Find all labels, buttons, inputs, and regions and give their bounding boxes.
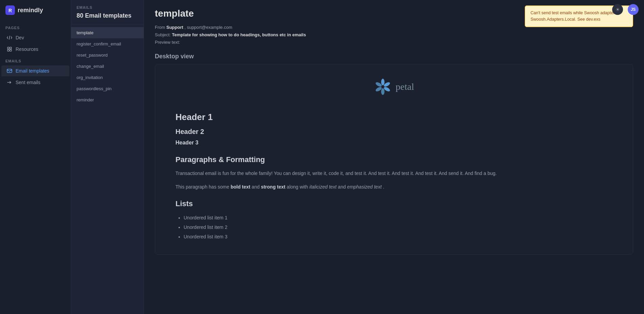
email-list-item-register[interactable]: register_confirm_email — [71, 38, 144, 50]
email-logo-area: petal — [175, 78, 612, 96]
email-unordered-list: Unordered list item 1 Unordered list ite… — [175, 213, 612, 241]
p2-bold1: bold text — [231, 184, 250, 190]
email-lists-heading: Lists — [175, 199, 612, 208]
email-petal-logo — [374, 78, 392, 96]
email-h3: Header 3 — [175, 140, 612, 146]
svg-line-2 — [9, 36, 10, 39]
user-avatar[interactable]: JS — [628, 4, 639, 15]
resources-label: Resources — [16, 46, 38, 52]
main-content: template From Support , support@example.… — [144, 0, 644, 314]
sidebar-item-sent-emails[interactable]: Sent emails — [1, 77, 69, 88]
from-email: , support@example.com — [184, 25, 232, 30]
subject-line: Subject: Template for showing how to do … — [155, 31, 633, 39]
email-templates-label: Email templates — [16, 68, 49, 74]
from-bold: Support — [166, 25, 183, 30]
pages-section-label: PAGES — [0, 22, 71, 32]
theme-toggle-icon[interactable]: ☀ — [612, 4, 623, 15]
resources-icon — [7, 46, 12, 52]
sent-emails-icon — [7, 80, 12, 85]
desktop-view-heading: Desktop view — [144, 46, 644, 64]
svg-point-9 — [381, 79, 385, 85]
preview-line: Preview text: — [155, 39, 633, 46]
p2-before: This paragraph has some — [175, 184, 231, 190]
email-h1: Header 1 — [175, 112, 612, 122]
p2-bold2: strong text — [261, 184, 285, 190]
subject-label: Subject: — [155, 32, 171, 37]
svg-rect-3 — [7, 47, 9, 49]
svg-rect-6 — [10, 50, 12, 51]
email-list-item-template[interactable]: template — [71, 27, 144, 38]
email-list-panel: EMAILS 80 Email templates template regis… — [71, 0, 144, 314]
email-list-count: 80 Email templates — [77, 12, 138, 19]
email-list-item-reminder[interactable]: reminder — [71, 94, 144, 105]
sidebar-item-resources[interactable]: Resources — [1, 44, 69, 55]
sent-emails-label: Sent emails — [16, 80, 40, 85]
svg-text:R: R — [8, 8, 12, 13]
email-list-item-org-invitation[interactable]: org_invitation — [71, 72, 144, 83]
subject-value: Template for showing how to do headings,… — [172, 32, 306, 37]
sidebar: R remindly PAGES Dev Resources EMAILS Em… — [0, 0, 71, 314]
from-label: From — [155, 25, 165, 30]
email-paragraph-1: Transactional email is fun for the whole… — [175, 170, 612, 178]
p2-mid: and — [250, 184, 261, 190]
email-list-item-change-email[interactable]: change_email — [71, 61, 144, 72]
p2-end: . — [382, 184, 385, 190]
svg-point-12 — [381, 88, 385, 95]
svg-rect-4 — [10, 47, 12, 49]
list-item: Unordered list item 2 — [184, 222, 612, 232]
email-logo-text: petal — [396, 81, 414, 92]
preview-label: Preview text: — [155, 40, 180, 45]
app-logo[interactable]: R remindly — [0, 0, 71, 22]
logo-icon: R — [5, 5, 15, 15]
warning-text: Can't send test emails while Swoosh adap… — [531, 11, 619, 22]
list-item: Unordered list item 3 — [184, 232, 612, 241]
email-body: petal Header 1 Header 2 Header 3 Paragra… — [155, 64, 633, 254]
list-item: Unordered list item 1 — [184, 213, 612, 222]
email-paragraphs-heading: Paragraphs & Formatting — [175, 155, 612, 164]
email-preview: petal Header 1 Header 2 Header 3 Paragra… — [155, 64, 633, 255]
email-preview-scrollable[interactable]: petal Header 1 Header 2 Header 3 Paragra… — [155, 64, 633, 254]
sidebar-item-dev[interactable]: Dev — [1, 32, 69, 43]
svg-rect-7 — [7, 69, 12, 73]
email-templates-icon — [7, 68, 12, 74]
emails-section-label: EMAILS — [0, 55, 71, 65]
email-list-header: EMAILS 80 Email templates — [71, 0, 144, 24]
p2-em1: italicized text — [309, 184, 336, 190]
sidebar-item-email-templates[interactable]: Email templates — [1, 65, 69, 76]
svg-rect-5 — [7, 50, 9, 51]
dev-label: Dev — [16, 35, 24, 40]
p2-em2: emphasized text — [347, 184, 382, 190]
app-name: remindly — [18, 7, 43, 14]
email-list-items: template register_confirm_email reset_pa… — [71, 24, 144, 108]
p2-after: along with — [285, 184, 309, 190]
dev-icon — [7, 35, 12, 40]
email-list-item-reset-password[interactable]: reset_password — [71, 50, 144, 61]
email-list-section-label: EMAILS — [77, 5, 138, 9]
p2-and: and — [336, 184, 347, 190]
email-paragraph-2: This paragraph has some bold text and st… — [175, 183, 612, 191]
email-h2: Header 2 — [175, 128, 612, 136]
email-list-item-passwordless[interactable]: passwordless_pin — [71, 83, 144, 94]
template-meta: From Support , support@example.com Subje… — [155, 24, 633, 46]
main-header: template From Support , support@example.… — [144, 0, 644, 46]
